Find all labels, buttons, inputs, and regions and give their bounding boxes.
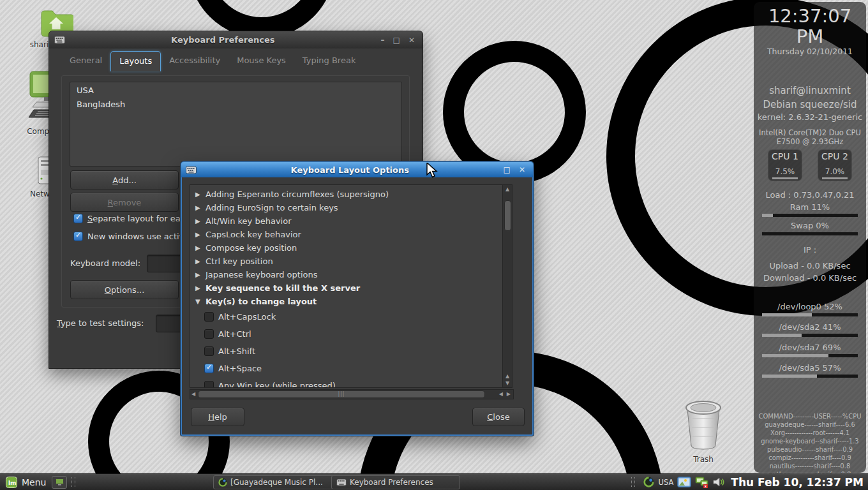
- screensaver-tray-icon[interactable]: [677, 477, 691, 487]
- close-button[interactable]: ✕: [408, 36, 415, 45]
- menu-label: Menu: [22, 477, 46, 487]
- collapsed-arrow-icon[interactable]: ▶: [195, 231, 206, 238]
- tab-general[interactable]: General: [61, 51, 110, 71]
- scroll-left-icon[interactable]: ◀: [191, 391, 195, 397]
- cpu2-bar: [822, 177, 848, 179]
- option-row[interactable]: ▶Alt/Win key behavior: [190, 214, 512, 228]
- disk-bar: [762, 313, 858, 316]
- collapsed-arrow-icon[interactable]: ▶: [195, 258, 206, 265]
- desktop-icon-label: Trash: [669, 455, 738, 464]
- new-windows-checkbox-row[interactable]: New windows use activ: [73, 232, 184, 241]
- dialog-titlebar[interactable]: Keyboard Layout Options □ ✕: [181, 162, 533, 177]
- maximize-button[interactable]: □: [504, 165, 511, 174]
- show-desktop-button[interactable]: [52, 476, 67, 489]
- conky-download: Download - 0.0 KB/sec: [754, 272, 866, 284]
- tab-mouse-keys[interactable]: Mouse Keys: [228, 51, 294, 71]
- option-checkbox-row[interactable]: Alt+Ctrl: [190, 325, 512, 343]
- scrollbar-thumb[interactable]: [504, 200, 511, 231]
- tab-typing-break[interactable]: Typing Break: [294, 51, 364, 71]
- maximize-button[interactable]: □: [393, 36, 400, 45]
- horizontal-scrollbar[interactable]: ◀ ||| ◀ ▶: [190, 389, 514, 399]
- checkbox[interactable]: [204, 364, 214, 373]
- scroll-down-icon[interactable]: ▼: [503, 380, 512, 386]
- titlebar[interactable]: Keyboard Preferences – □ ✕: [49, 31, 423, 48]
- option-checkbox-row[interactable]: Alt+Shift: [190, 343, 512, 360]
- separate-layout-checkbox-row[interactable]: Separate layout for eac: [73, 214, 185, 223]
- conky-system-monitor: 12:37:07 PM Thursday 02/10/2011 sharif@l…: [754, 2, 866, 473]
- cpu2-box: CPU 2 7.0%: [818, 149, 852, 181]
- desktop-icon-trash[interactable]: Trash: [669, 399, 738, 464]
- conky-cpu-model: Intel(R) Core(TM)2 Duo CPU: [754, 128, 866, 137]
- layouts-list[interactable]: USA Bangladesh: [70, 82, 402, 167]
- scroll-up-icon[interactable]: ▲: [503, 373, 512, 379]
- collapsed-arrow-icon[interactable]: ▶: [195, 204, 206, 211]
- checkbox[interactable]: [73, 232, 83, 241]
- add-button[interactable]: Add...: [70, 170, 179, 189]
- taskbar-window-label: [Guayadeque Music Pl...: [230, 478, 323, 487]
- options-button[interactable]: Options...: [70, 280, 179, 299]
- checkbox[interactable]: [204, 329, 214, 339]
- layout-row-bangladesh[interactable]: Bangladesh: [70, 96, 401, 110]
- tray-handle[interactable]: [631, 477, 635, 487]
- menu-button[interactable]: lm Menu: [0, 474, 52, 490]
- tab-layouts[interactable]: Layouts: [110, 51, 161, 71]
- taskbar-clock[interactable]: Thu Feb 10, 12:37 PM: [731, 476, 864, 489]
- checkbox[interactable]: [73, 214, 83, 223]
- scroll-up-icon[interactable]: ▲: [503, 186, 512, 192]
- scroll-left-icon[interactable]: ◀: [499, 391, 503, 397]
- scroll-right-icon[interactable]: ▶: [507, 391, 511, 397]
- collapsed-arrow-icon[interactable]: ▶: [195, 285, 206, 292]
- minimize-button[interactable]: –: [381, 36, 385, 45]
- layout-row-usa[interactable]: USA: [70, 82, 401, 96]
- tab-accessibility[interactable]: Accessibility: [161, 51, 228, 71]
- option-row[interactable]: ▶Key sequence to kill the X server: [190, 281, 512, 295]
- help-button[interactable]: Help: [191, 408, 244, 426]
- svg-text:x: x: [705, 484, 707, 488]
- checkbox[interactable]: [204, 346, 214, 356]
- scrollbar-thumb[interactable]: |||: [198, 390, 485, 398]
- disk-label: /dev/sda5 57%: [754, 362, 866, 374]
- remove-button[interactable]: Remove: [70, 193, 179, 212]
- option-row[interactable]: ▶Adding EuroSign to certain keys: [190, 201, 512, 214]
- option-checkbox-row[interactable]: Alt+CapsLock: [190, 308, 512, 325]
- collapsed-arrow-icon[interactable]: ▶: [195, 244, 206, 251]
- conky-upload: Upload - 0.0 KB/sec: [754, 260, 866, 272]
- expanded-arrow-icon[interactable]: ▼: [195, 298, 206, 305]
- process-row: nautilus--------sharif----0.8: [754, 462, 866, 470]
- checkbox-label: New windows use activ: [87, 232, 184, 241]
- layout-options-list[interactable]: ▶Adding Esperanto circumflexes (supersig…: [190, 184, 513, 388]
- option-checkbox-row[interactable]: Any Win key (while pressed): [190, 377, 512, 388]
- option-row[interactable]: ▶Ctrl key position: [190, 255, 512, 268]
- option-row-expanded[interactable]: ▼Key(s) to change layout: [190, 295, 512, 308]
- option-row[interactable]: ▶Compose key position: [190, 241, 512, 255]
- keyboard-icon: [336, 479, 347, 486]
- taskbar-window-keyboard-preferences[interactable]: Keyboard Preferences: [331, 475, 460, 489]
- close-icon-button[interactable]: ✕: [519, 165, 525, 174]
- collapsed-arrow-icon[interactable]: ▶: [195, 271, 206, 278]
- close-button[interactable]: Close: [472, 408, 525, 426]
- process-row: pulseaudio------sharif----0.9: [754, 445, 866, 454]
- option-row[interactable]: ▶Japanese keyboard options: [190, 268, 512, 281]
- system-tray: USA x: [627, 477, 725, 488]
- process-row: gnome-keyboard--sharif-----1.3: [754, 437, 866, 445]
- conky-load: Load : 0.73,0.47,0.21: [754, 189, 866, 201]
- cpu1-box: CPU 1 7.5%: [768, 149, 802, 181]
- guayadeque-tray-icon[interactable]: [643, 477, 654, 487]
- checkbox[interactable]: [204, 381, 214, 388]
- taskbar-window-guayadeque[interactable]: [Guayadeque Music Pl...: [213, 475, 338, 489]
- collapsed-arrow-icon[interactable]: ▶: [195, 218, 206, 225]
- option-checkbox-row[interactable]: Alt+Space: [190, 360, 512, 377]
- checkbox[interactable]: [204, 312, 214, 322]
- svg-text:lm: lm: [8, 480, 16, 486]
- window-list-handle[interactable]: [71, 477, 75, 487]
- swap-bar: [762, 232, 858, 235]
- option-row[interactable]: ▶Adding Esperanto circumflexes (supersig…: [190, 188, 512, 201]
- volume-tray-icon[interactable]: [713, 477, 725, 487]
- keyboard-layout-indicator[interactable]: USA: [658, 478, 673, 487]
- linuxmint-logo-icon: lm: [6, 477, 17, 488]
- option-row[interactable]: ▶CapsLock key behavior: [190, 228, 512, 241]
- collapsed-arrow-icon[interactable]: ▶: [195, 191, 206, 198]
- vertical-scrollbar[interactable]: ▲ ▲ ▼: [502, 185, 512, 387]
- network-offline-tray-icon[interactable]: x: [695, 477, 709, 488]
- conky-ip-heading: IP :: [754, 244, 866, 256]
